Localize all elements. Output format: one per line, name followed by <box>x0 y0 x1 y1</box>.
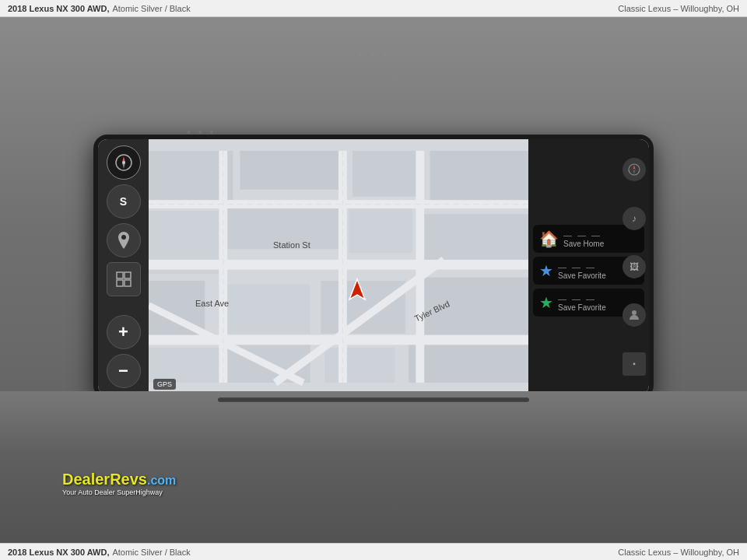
svg-rect-24 <box>324 348 395 383</box>
logo-revs: Revs <box>110 471 147 488</box>
location-pin-button[interactable] <box>107 223 141 257</box>
right-icons-column: ♪ 🖼 ▪ <box>622 139 646 394</box>
svg-marker-37 <box>349 279 365 299</box>
menu-bottom-icon[interactable]: ▪ <box>622 352 646 376</box>
dealer-revs-logo: DealerRevs.com Your Auto Dealer SuperHig… <box>62 471 176 496</box>
svg-rect-8 <box>124 280 131 286</box>
svg-rect-11 <box>240 151 345 190</box>
photo-icon[interactable]: 🖼 <box>622 255 646 278</box>
svg-rect-16 <box>349 204 412 253</box>
right-panel: 🏠 — — — Save Home ★ — — — Save Favor <box>528 139 649 394</box>
dashboard-bottom <box>0 391 747 543</box>
logo-dealer: Dealer <box>62 471 110 488</box>
zoom-out-button[interactable]: − <box>107 354 141 388</box>
dots-top: • • • <box>358 48 390 62</box>
header-dealer-info: Classic Lexus – Willoughby, OH <box>618 4 739 13</box>
main-content: • • • • • • S <box>0 17 747 543</box>
grid-menu-button[interactable] <box>107 262 141 296</box>
svg-rect-12 <box>352 151 423 197</box>
footer-car-title: 2018 Lexus NX 300 AWD, <box>8 548 109 557</box>
svg-rect-13 <box>430 151 528 207</box>
svg-marker-40 <box>633 170 636 174</box>
svg-rect-7 <box>117 280 123 286</box>
compass-right-icon[interactable] <box>622 158 646 181</box>
svg-point-4 <box>121 235 126 240</box>
svg-rect-5 <box>117 272 123 278</box>
header-bar: 2018 Lexus NX 300 AWD, Atomic Silver / B… <box>0 0 747 17</box>
blue-star-icon: ★ <box>539 261 553 280</box>
header-car-title: 2018 Lexus NX 300 AWD, <box>8 4 109 13</box>
compass-button[interactable] <box>107 145 141 180</box>
current-location-marker <box>345 278 370 306</box>
logo-com: .com <box>147 474 176 487</box>
svg-rect-6 <box>124 272 131 278</box>
svg-rect-22 <box>149 348 219 383</box>
svg-rect-15 <box>226 207 338 249</box>
svg-point-41 <box>632 310 637 315</box>
header-color-trim: Atomic Silver / Black <box>112 4 190 13</box>
footer-bar: 2018 Lexus NX 300 AWD, Atomic Silver / B… <box>0 543 747 560</box>
svg-rect-25 <box>409 341 528 383</box>
svg-rect-31 <box>416 151 424 383</box>
logo-tagline: Your Auto Dealer SuperHighway <box>62 488 176 496</box>
zoom-in-button[interactable]: + <box>107 315 141 349</box>
map-area: Station St East Ave Tyler Blvd GPS <box>149 139 528 394</box>
footer-color-trim: Atomic Silver / Black <box>112 548 190 557</box>
logo-text: DealerRevs.com <box>62 471 176 488</box>
dashboard-trim <box>218 397 529 402</box>
svg-marker-39 <box>633 165 636 170</box>
footer-dealer-info: Classic Lexus – Willoughby, OH <box>618 548 739 557</box>
svg-point-3 <box>122 161 125 164</box>
screen-bezel: S <box>93 135 654 399</box>
svg-rect-21 <box>416 278 528 341</box>
music-icon[interactable]: ♪ <box>622 207 646 230</box>
gps-indicator: GPS <box>153 379 176 390</box>
nav-sidebar: S <box>98 139 149 394</box>
screen-inner: S <box>98 139 649 394</box>
svg-rect-17 <box>423 214 528 263</box>
home-icon: 🏠 <box>539 229 559 248</box>
dashboard-container: • • • • • • S <box>0 17 747 543</box>
svg-rect-19 <box>219 285 310 334</box>
person-icon[interactable] <box>622 303 646 327</box>
green-star-icon: ★ <box>539 293 553 312</box>
search-button[interactable]: S <box>107 184 141 219</box>
